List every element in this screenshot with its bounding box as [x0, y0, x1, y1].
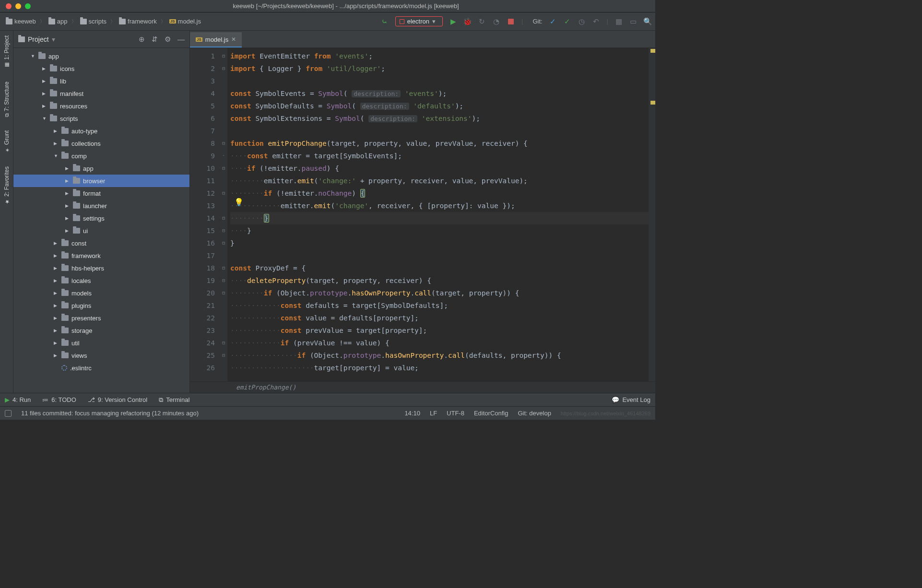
- marker-bar[interactable]: [649, 48, 655, 381]
- tree-node-.eslintrc[interactable]: .eslintrc: [13, 362, 189, 374]
- caret-icon[interactable]: [54, 241, 59, 246]
- locate-icon[interactable]: ⊕: [139, 35, 145, 44]
- profile-button[interactable]: ◔: [493, 18, 500, 25]
- tree-node-icons[interactable]: icons: [13, 62, 189, 75]
- tool-terminal[interactable]: ⧉Terminal: [159, 396, 189, 404]
- tree-node-app[interactable]: app: [13, 162, 189, 175]
- debug-button[interactable]: 🐞: [464, 18, 472, 25]
- encoding[interactable]: UTF-8: [447, 410, 464, 417]
- tree-node-collections[interactable]: collections: [13, 137, 189, 150]
- history-icon[interactable]: ◷: [578, 18, 586, 25]
- tree-node-app[interactable]: app: [13, 50, 189, 62]
- caret-icon[interactable]: [54, 266, 59, 270]
- intention-bulb-icon[interactable]: 💡: [234, 198, 244, 207]
- tree-node-auto-type[interactable]: auto-type: [13, 125, 189, 137]
- caret-icon[interactable]: [54, 141, 59, 146]
- coverage-button[interactable]: ↻: [478, 18, 486, 25]
- caret-icon[interactable]: [42, 79, 47, 83]
- window-minimize[interactable]: [15, 3, 21, 9]
- tree-node-framework[interactable]: framework: [13, 249, 189, 262]
- fold-gutter[interactable]: ⊟⊟⊟·⊟⊟⊟⊟⊟⊟⊟⊟⊟⊟: [220, 48, 227, 381]
- caret-icon[interactable]: [42, 116, 47, 121]
- crumb-app[interactable]: app: [47, 17, 70, 26]
- tool-vcs[interactable]: ⎇9: Version Control: [88, 396, 147, 403]
- run-button[interactable]: ▶: [449, 18, 457, 25]
- tree-node-launcher[interactable]: launcher: [13, 200, 189, 212]
- crumb-model.js[interactable]: JS model.js: [167, 17, 203, 26]
- caret-icon[interactable]: [65, 191, 70, 196]
- tree-node-hbs-helpers[interactable]: hbs-helpers: [13, 262, 189, 274]
- tree-node-manifest[interactable]: manifest: [13, 87, 189, 100]
- window-close[interactable]: [6, 3, 12, 9]
- caret-icon[interactable]: [54, 153, 59, 158]
- rollback-icon[interactable]: ↶: [592, 18, 600, 25]
- tree-node-scripts[interactable]: scripts: [13, 112, 189, 125]
- tree-node-util[interactable]: util: [13, 337, 189, 349]
- tree-node-ui[interactable]: ui: [13, 224, 189, 237]
- tool-todo[interactable]: ≔6: TODO: [42, 396, 76, 403]
- caret-icon[interactable]: [54, 291, 59, 295]
- tree-node-plugins[interactable]: plugins: [13, 299, 189, 312]
- caret-icon[interactable]: [54, 353, 59, 358]
- project-tree[interactable]: appiconslibmanifestresourcesscriptsauto-…: [13, 48, 189, 393]
- tree-node-const[interactable]: const: [13, 237, 189, 249]
- caret-icon[interactable]: [65, 228, 70, 233]
- tree-node-models[interactable]: models: [13, 287, 189, 299]
- tree-node-storage[interactable]: storage: [13, 324, 189, 337]
- tree-node-format[interactable]: format: [13, 187, 189, 200]
- tool-run[interactable]: ▶4: Run: [5, 396, 31, 403]
- caret-icon[interactable]: [54, 328, 59, 333]
- tab-project[interactable]: ▦1: Project: [3, 35, 10, 68]
- caret-icon[interactable]: [54, 303, 59, 308]
- status-icon[interactable]: [5, 410, 12, 417]
- caret-icon[interactable]: [54, 278, 59, 283]
- crumb-framework[interactable]: framework: [117, 17, 159, 26]
- caret-icon[interactable]: [65, 166, 70, 171]
- run-config-dropdown[interactable]: electron ▾: [395, 16, 443, 26]
- caret-icon[interactable]: [31, 54, 35, 59]
- stop-button[interactable]: [507, 18, 515, 25]
- caret-icon[interactable]: [65, 203, 70, 208]
- tab-favorites[interactable]: ★2: Favorites: [3, 166, 10, 205]
- caret-icon[interactable]: [65, 216, 70, 221]
- warning-marker[interactable]: [650, 49, 655, 53]
- structure-view-icon[interactable]: ▦: [615, 18, 623, 25]
- hide-icon[interactable]: —: [177, 35, 185, 43]
- tool-eventlog[interactable]: 💬Event Log: [612, 396, 650, 403]
- caret-icon[interactable]: [42, 66, 47, 71]
- caret-icon[interactable]: [54, 316, 59, 320]
- caret-icon[interactable]: [54, 253, 59, 258]
- breadcrumb-fn[interactable]: emitPropChange(): [190, 381, 655, 393]
- chevron-down-icon[interactable]: ▾: [52, 35, 55, 43]
- window-maximize[interactable]: [25, 3, 31, 9]
- tab-structure[interactable]: ⧉7: Structure: [3, 82, 10, 117]
- gutter[interactable]: 1234567891011121314151617181920212223242…: [190, 48, 220, 381]
- close-icon[interactable]: ✕: [231, 36, 236, 43]
- tree-node-presenters[interactable]: presenters: [13, 312, 189, 324]
- git-branch[interactable]: Git: develop: [518, 410, 551, 417]
- breadcrumb[interactable]: keeweb〉 app〉 scripts〉 framework〉JS model…: [4, 17, 381, 26]
- caret-icon[interactable]: [65, 178, 70, 183]
- project-title[interactable]: Project: [28, 35, 49, 43]
- hammer-icon[interactable]: ⤿: [381, 18, 389, 25]
- cursor-position[interactable]: 14:10: [404, 410, 420, 417]
- caret-icon[interactable]: [54, 129, 59, 133]
- gear-icon[interactable]: ⚙: [165, 35, 171, 44]
- caret-icon[interactable]: [42, 91, 47, 96]
- git-commit-icon[interactable]: ✓: [564, 18, 571, 25]
- crumb-scripts[interactable]: scripts: [78, 17, 109, 26]
- search-everywhere-icon[interactable]: 🔍: [644, 18, 651, 25]
- editor-tab[interactable]: JS model.js ✕: [190, 32, 242, 47]
- caret-icon[interactable]: [42, 104, 47, 108]
- tree-node-settings[interactable]: settings: [13, 212, 189, 224]
- tab-grunt[interactable]: ✶Grunt: [3, 130, 10, 153]
- tree-node-views[interactable]: views: [13, 349, 189, 362]
- collapse-icon[interactable]: ⇵: [152, 35, 158, 44]
- line-sep[interactable]: LF: [430, 410, 437, 417]
- tree-node-lib[interactable]: lib: [13, 75, 189, 87]
- tree-node-locales[interactable]: locales: [13, 274, 189, 287]
- code-style[interactable]: EditorConfig: [474, 410, 508, 417]
- warning-marker[interactable]: [650, 101, 655, 105]
- screen-icon[interactable]: ▭: [629, 18, 637, 25]
- code-area[interactable]: 1234567891011121314151617181920212223242…: [190, 48, 655, 381]
